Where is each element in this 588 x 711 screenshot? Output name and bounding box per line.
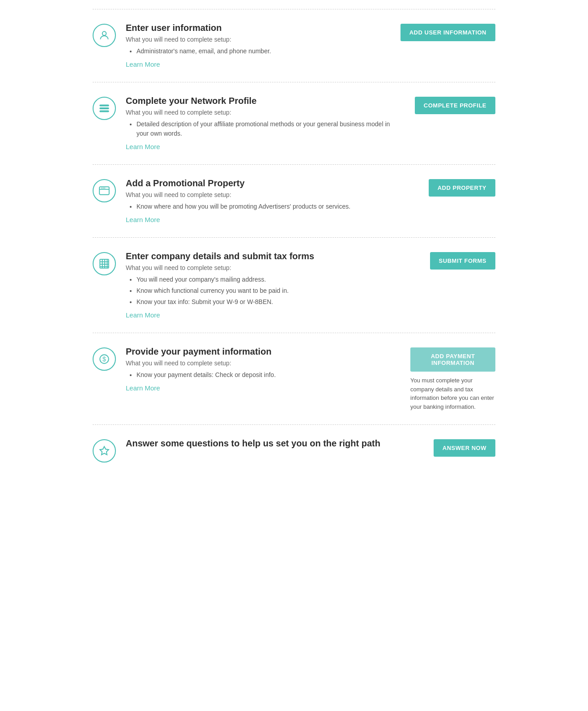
section-network-profile-subtitle: What you will need to complete setup: (126, 109, 392, 116)
section-payment-info-content: Provide your payment information What yo… (126, 347, 392, 392)
section-user-info-title: Enter user information (126, 23, 387, 33)
list-item: Detailed description of your affiliate p… (136, 120, 392, 138)
payment-info-learn-more[interactable]: Learn More (126, 384, 160, 392)
section-payment-info-action: ADD PAYMENT INFORMATION You must complet… (406, 347, 495, 411)
section-user-info-content: Enter user information What you will nee… (126, 23, 387, 69)
section-questions: Answer some questions to help us set you… (93, 425, 495, 476)
building-icon (98, 258, 110, 270)
add-payment-information-button[interactable]: ADD PAYMENT INFORMATION (410, 347, 495, 372)
section-network-profile-content: Complete your Network Profile What you w… (126, 96, 392, 151)
company-details-icon-circle (93, 252, 116, 275)
main-container: Enter user information What you will nee… (75, 0, 513, 485)
section-user-info-action: ADD USER INFORMATION (401, 23, 495, 41)
user-icon (98, 30, 110, 41)
add-user-information-button[interactable]: ADD USER INFORMATION (401, 24, 495, 41)
section-payment-info: $ Provide your payment information What … (93, 333, 495, 425)
user-icon-circle (93, 24, 116, 47)
svg-marker-18 (100, 446, 109, 454)
section-company-details-title: Enter company details and submit tax for… (126, 251, 392, 261)
list-item: Administrator's name, email, and phone n… (136, 47, 387, 56)
section-promo-property-action: ADD PROPERTY (406, 178, 495, 197)
list-icon (98, 103, 110, 114)
star-icon (98, 445, 110, 457)
section-promo-property: Add a Promotional Property What you will… (93, 165, 495, 238)
submit-forms-button[interactable]: SUBMIT FORMS (430, 252, 495, 270)
add-property-button[interactable]: ADD PROPERTY (429, 179, 495, 197)
section-user-info: Enter user information What you will nee… (93, 9, 495, 82)
company-details-learn-more[interactable]: Learn More (126, 311, 160, 319)
section-network-profile-title: Complete your Network Profile (126, 96, 392, 106)
list-item: Know your payment details: Check or depo… (136, 370, 392, 380)
user-info-learn-more[interactable]: Learn More (126, 60, 160, 68)
svg-point-0 (102, 31, 107, 35)
section-company-details-content: Enter company details and submit tax for… (126, 251, 392, 319)
section-questions-content: Answer some questions to help us set you… (126, 438, 392, 451)
svg-rect-1 (100, 105, 109, 106)
dollar-icon: $ (98, 353, 110, 365)
network-profile-icon-circle (93, 97, 116, 120)
section-payment-info-list: Know your payment details: Check or depo… (126, 370, 392, 380)
payment-info-action-note: You must complete your company details a… (410, 376, 495, 411)
section-promo-property-list: Know where and how you will be promoting… (126, 202, 392, 211)
list-item: Know where and how you will be promoting… (136, 202, 392, 211)
section-network-profile: Complete your Network Profile What you w… (93, 82, 495, 165)
network-profile-learn-more[interactable]: Learn More (126, 143, 160, 150)
section-payment-info-subtitle: What you will need to complete setup: (126, 360, 392, 367)
browser-icon (98, 185, 110, 197)
section-company-details-list: You will need your company's mailing add… (126, 275, 392, 307)
svg-rect-3 (100, 111, 109, 111)
section-questions-action: ANSWER NOW (406, 438, 495, 457)
list-item: Know your tax info: Submit your W-9 or W… (136, 297, 392, 307)
section-questions-title: Answer some questions to help us set you… (126, 438, 392, 449)
section-network-profile-list: Detailed description of your affiliate p… (126, 120, 392, 138)
list-item: Know which functional currency you want … (136, 286, 392, 296)
section-user-info-list: Administrator's name, email, and phone n… (126, 47, 387, 56)
promo-property-learn-more[interactable]: Learn More (126, 216, 160, 223)
questions-icon-circle (93, 439, 116, 463)
svg-rect-2 (100, 108, 109, 109)
section-company-details: Enter company details and submit tax for… (93, 238, 495, 333)
answer-now-button[interactable]: ANSWER NOW (434, 439, 495, 457)
section-promo-property-title: Add a Promotional Property (126, 178, 392, 188)
complete-profile-button[interactable]: COMPLETE PROFILE (415, 97, 495, 114)
section-network-profile-action: COMPLETE PROFILE (406, 96, 495, 114)
section-promo-property-content: Add a Promotional Property What you will… (126, 178, 392, 224)
section-user-info-subtitle: What you will need to complete setup: (126, 36, 387, 43)
section-company-details-action: SUBMIT FORMS (406, 251, 495, 270)
svg-text:$: $ (102, 356, 106, 363)
svg-rect-4 (99, 187, 109, 194)
payment-info-icon-circle: $ (93, 347, 116, 371)
section-company-details-subtitle: What you will need to complete setup: (126, 264, 392, 271)
promo-property-icon-circle (93, 179, 116, 202)
section-payment-info-title: Provide your payment information (126, 347, 392, 357)
list-item: You will need your company's mailing add… (136, 275, 392, 284)
section-promo-property-subtitle: What you will need to complete setup: (126, 191, 392, 198)
